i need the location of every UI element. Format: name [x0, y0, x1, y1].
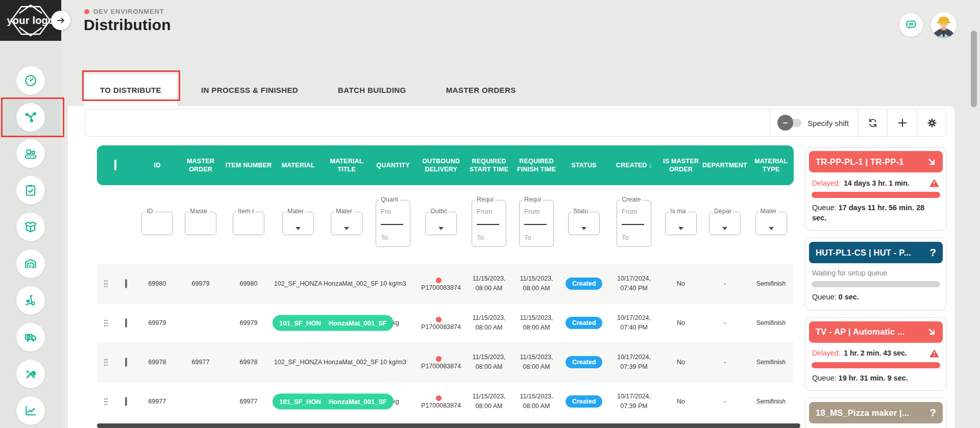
sidebar-item-warehouse[interactable] — [16, 249, 45, 278]
refresh-button[interactable] — [857, 110, 887, 136]
table-row[interactable]: 69980 69979 69980 102_SF_HONZA HonzaMat_… — [97, 264, 794, 304]
column-header[interactable]: ID — [138, 161, 177, 169]
sidebar-collapse-button[interactable] — [51, 11, 70, 30]
range-from-label[interactable]: From — [477, 208, 501, 215]
dropdown-caret-icon[interactable] — [769, 227, 774, 230]
filter-field[interactable]: Mater — [282, 212, 314, 235]
range-to-label[interactable]: To — [524, 234, 549, 241]
dropdown-caret-icon[interactable] — [438, 227, 444, 230]
range-to-label[interactable]: To — [622, 234, 646, 241]
dropdown-caret-icon[interactable] — [722, 227, 727, 230]
column-header[interactable]: STATUS — [560, 161, 607, 169]
sidebar-item-tasks[interactable] — [16, 176, 45, 205]
dropdown-caret-icon[interactable] — [678, 227, 683, 230]
sidebar-item-tools[interactable] — [16, 360, 45, 388]
sidebar-item-analytics[interactable] — [16, 396, 45, 425]
table-row[interactable]: 69979 69979 101_SF_HONHonzaMat_001_SF 1 … — [97, 304, 794, 343]
column-header[interactable]: DEPARTMENT — [701, 161, 748, 169]
range-from-label[interactable]: Fro — [381, 208, 405, 215]
select-all-checkbox[interactable] — [114, 160, 116, 170]
machine-card-header[interactable]: TR-PP-PL-1 | TR-PP-1 — [809, 151, 943, 172]
filter-field[interactable]: Create From To — [617, 200, 651, 247]
cell-status: Created — [560, 278, 607, 290]
specify-shift-toggle[interactable]: – — [779, 119, 801, 127]
add-button[interactable] — [887, 110, 917, 136]
filter-field[interactable]: Quant Fro To — [376, 200, 410, 247]
filter-field[interactable]: Is ma — [665, 212, 697, 235]
sidebar-item-delivery[interactable] — [16, 323, 45, 351]
machine-queue-card[interactable]: HUT-PL1-CS | HUT - P... ? Waiting for se… — [805, 238, 947, 310]
tab[interactable]: MASTER ORDERS — [430, 74, 532, 106]
tab[interactable]: BATCH BUILDING — [322, 74, 422, 106]
dropdown-caret-icon[interactable] — [581, 227, 586, 230]
row-checkbox[interactable] — [125, 358, 127, 367]
column-header[interactable]: REQUIRED FINISH TIME — [512, 157, 560, 174]
drag-handle[interactable] — [97, 319, 114, 327]
sidebar-item-material-handling[interactable] — [16, 286, 45, 315]
cell-created: 10/17/2024, 07:39 PM — [607, 353, 660, 372]
range-from-label[interactable]: From — [524, 208, 549, 215]
filter-field[interactable]: Outbc — [425, 212, 457, 235]
row-checkbox[interactable] — [125, 279, 127, 288]
sidebar-item-distribution[interactable] — [16, 103, 45, 132]
filter-field[interactable]: Statu — [568, 212, 600, 235]
column-header[interactable]: QUANTITY — [370, 161, 416, 169]
cell-required-start: 11/15/2023, 08:00 AM — [465, 313, 512, 333]
machine-queue-panel: TR-PP-PL-1 | TR-PP-1 Delayed: 14 days 3 … — [805, 147, 947, 428]
machine-queue-card[interactable]: 18_MS_Pizza maker |... ? Waiting for set… — [805, 398, 947, 428]
user-avatar[interactable] — [931, 12, 957, 38]
drag-handle[interactable] — [97, 280, 114, 288]
filter-field[interactable]: Maste — [185, 212, 216, 235]
filter-field[interactable]: Depar — [709, 212, 741, 235]
tab[interactable]: TO DISTRIBUTE — [84, 74, 177, 106]
sidebar-item-packing[interactable] — [16, 213, 45, 241]
table-row[interactable]: 69978 69977 69978 102_SF_HONZA HonzaMat_… — [97, 343, 794, 382]
dropdown-caret-icon[interactable] — [296, 227, 301, 230]
filter-field[interactable]: Item r — [233, 212, 264, 235]
column-header[interactable]: MATERIAL TYPE — [748, 157, 794, 174]
column-header[interactable]: OUTBOUND DELIVERY — [416, 157, 465, 174]
range-to-label[interactable]: To — [381, 234, 405, 241]
worker-avatar-icon — [931, 12, 957, 38]
page-title: Distribution — [84, 16, 171, 34]
column-header[interactable]: MATERIAL — [273, 161, 324, 169]
horizontal-scrollbar[interactable] — [97, 423, 800, 428]
filter-field[interactable]: Mater — [331, 212, 362, 235]
sort-desc-icon[interactable]: ↓ — [649, 161, 652, 169]
row-checkbox[interactable] — [125, 318, 127, 328]
table-row[interactable]: 69977 69977 101_SF_HONHonzaMat_001_SF 1 … — [97, 382, 794, 421]
row-checkbox[interactable] — [125, 397, 127, 406]
machine-card-header[interactable]: TV - AP | Automatic ... — [809, 321, 943, 343]
column-header[interactable]: MATERIAL TITLE — [324, 157, 370, 174]
warehouse-icon — [24, 257, 37, 270]
filter-field[interactable]: Requi From To — [472, 200, 506, 247]
machine-queue-card[interactable]: TV - AP | Automatic ... Delayed: 1 hr. 2… — [805, 317, 947, 391]
dropdown-caret-icon[interactable] — [344, 227, 349, 230]
range-divider — [622, 224, 644, 225]
settings-button[interactable] — [917, 110, 946, 136]
machine-queue-card[interactable]: TR-PP-PL-1 | TR-PP-1 Delayed: 14 days 3 … — [805, 147, 947, 231]
column-header[interactable]: REQUIRED START TIME — [465, 157, 512, 174]
filter-field[interactable]: ID — [141, 212, 173, 235]
column-header[interactable]: CREATED↓ — [607, 161, 660, 170]
range-from-label[interactable]: From — [622, 208, 646, 215]
filter-field[interactable]: Requi From To — [519, 200, 554, 247]
filter-field[interactable]: Mater — [755, 212, 787, 235]
delivery-status-dot — [436, 317, 442, 322]
drag-handle[interactable] — [97, 359, 114, 366]
filter-label: Maste — [188, 208, 209, 215]
chatbot-button[interactable] — [899, 13, 923, 37]
filter-cell: Is ma — [660, 212, 701, 235]
tab[interactable]: IN PROCESS & FINISHED — [185, 74, 314, 106]
vertical-scrollbar[interactable] — [971, 31, 977, 107]
column-header[interactable]: MASTER ORDER — [177, 157, 225, 174]
drag-handle[interactable] — [97, 398, 114, 406]
sidebar-item-production[interactable] — [16, 139, 45, 168]
machine-card-header[interactable]: 18_MS_Pizza maker |... ? — [809, 402, 943, 423]
sidebar-item-dashboard[interactable] — [16, 66, 45, 95]
column-header[interactable]: ITEM NUMBER — [225, 161, 273, 169]
column-header[interactable]: IS MASTER ORDER — [660, 157, 701, 174]
machine-card-header[interactable]: HUT-PL1-CS | HUT - P... ? — [809, 242, 943, 263]
cell-item-number: 69977 — [225, 398, 273, 405]
range-to-label[interactable]: To — [477, 234, 501, 241]
